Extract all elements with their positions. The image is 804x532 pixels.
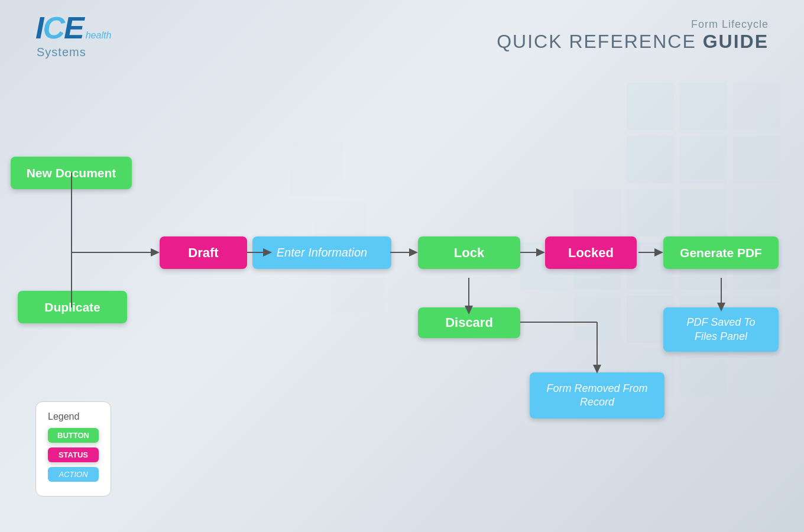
legend-button: BUTTON <box>48 428 99 443</box>
logo-ice-text: ICE <box>35 12 83 43</box>
svg-marker-7 <box>409 248 418 257</box>
page-title-area: Form Lifecycle QUICK REFERENCE GUIDE <box>497 18 769 53</box>
logo: ICE health Systems <box>35 12 111 59</box>
logo-health-text: health <box>86 31 112 40</box>
legend-status: STATUS <box>48 447 99 462</box>
header: ICE health Systems Form Lifecycle QUICK … <box>0 0 804 71</box>
draft-node: Draft <box>160 236 247 269</box>
locked-node: Locked <box>545 236 637 269</box>
duplicate-node: Duplicate <box>18 291 127 323</box>
legend-title: Legend <box>48 411 99 422</box>
svg-marker-3 <box>151 248 160 257</box>
title-main: QUICK REFERENCE GUIDE <box>497 31 769 53</box>
legend-action: ACTION <box>48 467 99 482</box>
legend: Legend BUTTON STATUS ACTION <box>35 401 111 497</box>
title-bold-text: GUIDE <box>703 31 769 52</box>
diagram-area: New Document Duplicate Draft Enter Infor… <box>0 77 804 532</box>
enter-information-node: Enter Information <box>252 236 391 269</box>
svg-line-20 <box>591 278 597 322</box>
title-main-text: QUICK REFERENCE <box>497 31 702 52</box>
logo-systems-text: Systems <box>37 46 111 59</box>
discard-node: Discard <box>418 307 520 338</box>
svg-marker-9 <box>536 248 545 257</box>
pdf-saved-node: PDF Saved To Files Panel <box>663 307 779 352</box>
new-document-node: New Document <box>11 157 132 189</box>
lock-node: Lock <box>418 236 520 269</box>
generate-pdf-node: Generate PDF <box>663 236 779 269</box>
svg-marker-11 <box>654 248 663 257</box>
title-subtitle: Form Lifecycle <box>497 18 769 31</box>
form-removed-node: Form Removed From Record <box>530 372 664 419</box>
